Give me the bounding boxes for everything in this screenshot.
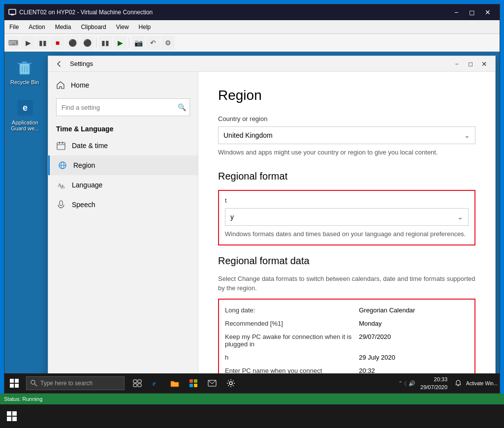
country-region-dropdown[interactable]: United Kingdom ⌄ xyxy=(218,126,475,144)
inner-taskbar-settings[interactable] xyxy=(222,373,240,393)
toolbar-btn-1[interactable]: ⌨ xyxy=(6,36,20,50)
vm-menu-help[interactable]: Help xyxy=(134,20,156,34)
svg-rect-19 xyxy=(60,201,63,206)
settings-back-button[interactable] xyxy=(52,57,66,71)
inner-notification-btn[interactable] xyxy=(452,373,464,393)
inner-taskbar-folder[interactable] xyxy=(166,373,184,393)
toolbar-btn-play[interactable]: ▶ xyxy=(113,36,127,50)
inner-start-button[interactable] xyxy=(4,373,24,393)
inner-search-bar[interactable]: Type here to search xyxy=(26,376,125,390)
toolbar-btn-4[interactable]: ■ xyxy=(51,36,64,50)
format-box-label: t xyxy=(225,197,469,204)
inner-search-text: Type here to search xyxy=(40,380,93,387)
regional-format-dropdown[interactable]: y ⌄ xyxy=(225,208,469,226)
recycle-bin-icon[interactable]: Recycle Bin xyxy=(10,58,39,85)
settings-nav-date-time[interactable]: Date & time xyxy=(48,136,198,155)
svg-line-26 xyxy=(34,384,37,386)
format-data-row-2: Keep my PC awake for connection when it … xyxy=(223,330,471,351)
svg-rect-1 xyxy=(11,14,14,15)
vm-titlebar: CLIENT02 on HYP02 - Virtual Machine Conn… xyxy=(4,4,500,20)
vm-menu-file[interactable]: File xyxy=(4,20,24,34)
svg-rect-28 xyxy=(138,380,141,383)
vm-window: CLIENT02 on HYP02 - Virtual Machine Conn… xyxy=(4,4,500,394)
svg-rect-24 xyxy=(15,384,19,388)
settings-search-input[interactable] xyxy=(56,98,190,116)
svg-rect-39 xyxy=(12,411,17,416)
country-region-value: United Kingdom xyxy=(223,131,273,139)
format-data-row-1: Recommended [%1] Monday xyxy=(223,317,471,330)
settings-nav-region[interactable]: Region xyxy=(48,155,198,175)
volume-icon[interactable]: 🔊 xyxy=(409,380,415,387)
settings-nav-region-label: Region xyxy=(73,161,95,169)
inner-taskbar-right: ⌃ 〈 🔊 20:33 29/07/2020 xyxy=(398,373,466,393)
home-icon xyxy=(56,81,65,90)
settings-maximize-button[interactable]: ◻ xyxy=(464,57,477,71)
settings-section-title: Time & Language xyxy=(48,120,198,136)
country-region-description: Windows and apps might use your country … xyxy=(218,148,475,157)
inner-taskbar-mail[interactable] xyxy=(203,373,221,393)
format-data-key-1: Recommended [%1] xyxy=(225,320,359,327)
format-data-val-3: 29 July 2020 xyxy=(359,354,469,361)
recycle-bin-label: Recycle Bin xyxy=(10,79,39,85)
inner-taskbar: Type here to search e xyxy=(4,373,500,393)
vm-minimize-button[interactable]: − xyxy=(448,4,464,20)
toolbar-btn-settings[interactable]: ⚙ xyxy=(161,36,175,50)
toolbar-btn-undo[interactable]: ↶ xyxy=(146,36,160,50)
regional-format-header: Regional format xyxy=(218,171,475,182)
svg-rect-30 xyxy=(138,384,141,387)
desktop: CLIENT02 on HYP02 - Virtual Machine Conn… xyxy=(0,0,504,428)
svg-rect-23 xyxy=(10,384,14,388)
regional-format-value: y xyxy=(230,213,234,221)
inner-date: 29/07/2020 xyxy=(420,383,447,392)
vm-menu-media[interactable]: Media xyxy=(50,20,76,34)
settings-nav-speech[interactable]: Speech xyxy=(48,195,198,214)
vm-app-icon xyxy=(8,8,16,16)
toolbar-btn-pause[interactable]: ▮▮ xyxy=(98,36,112,50)
vm-menu-clipboard[interactable]: Clipboard xyxy=(76,20,111,34)
app-guard-label: Application Guard we... xyxy=(10,120,40,131)
settings-nav-language-label: Language xyxy=(72,181,102,189)
vm-menu-view[interactable]: View xyxy=(111,20,134,34)
vm-window-controls: − ◻ ✕ xyxy=(448,4,496,20)
country-dropdown-chevron: ⌄ xyxy=(464,131,470,139)
settings-close-button[interactable]: ✕ xyxy=(477,57,491,71)
vm-menubar: File Action Media Clipboard View Help xyxy=(4,20,500,34)
vm-menu-action[interactable]: Action xyxy=(24,20,50,34)
svg-rect-38 xyxy=(7,411,11,416)
vm-maximize-button[interactable]: ◻ xyxy=(464,4,480,20)
format-data-val-1: Monday xyxy=(359,320,469,327)
inner-taskbar-store[interactable] xyxy=(185,373,202,393)
vm-toolbar: ⌨ ▶ ▮▮ ■ ⚫ ⚫ ▮▮ ▶ 📷 ↶ ⚙ xyxy=(4,34,500,52)
format-data-key-0: Long date: xyxy=(225,306,359,314)
inner-taskbar-multiwin[interactable] xyxy=(128,373,146,393)
inner-taskbar-edge[interactable]: e xyxy=(147,373,165,393)
svg-rect-22 xyxy=(15,379,19,383)
vm-content: Recycle Bin e Application Guard we... xyxy=(4,52,500,393)
vm-title: CLIENT02 on HYP02 - Virtual Machine Conn… xyxy=(19,9,448,16)
country-region-label: Country or region xyxy=(218,115,475,122)
settings-title: Settings xyxy=(70,60,450,67)
svg-rect-40 xyxy=(7,417,11,421)
settings-nav-language[interactable]: Aあ Language xyxy=(48,175,198,195)
settings-minimize-button[interactable]: − xyxy=(450,57,464,71)
inner-time-display[interactable]: 20:33 29/07/2020 xyxy=(417,375,450,392)
svg-point-37 xyxy=(229,382,232,385)
vm-close-button[interactable]: ✕ xyxy=(480,4,496,20)
svg-rect-34 xyxy=(189,384,193,387)
svg-rect-21 xyxy=(10,379,14,383)
toolbar-btn-2[interactable]: ▶ xyxy=(21,36,35,50)
toolbar-btn-snapshot[interactable]: 📷 xyxy=(131,36,145,50)
app-guard-icon[interactable]: e Application Guard we... xyxy=(10,98,40,131)
svg-point-25 xyxy=(31,380,35,384)
toolbar-btn-5[interactable]: ⚫ xyxy=(65,36,79,50)
svg-rect-41 xyxy=(12,417,17,421)
settings-nav-date-time-label: Date & time xyxy=(72,142,108,150)
settings-home-nav[interactable]: Home xyxy=(48,76,198,94)
network-icon[interactable]: 〈 xyxy=(405,380,407,387)
settings-main: Region Country or region United Kingdom … xyxy=(198,72,495,389)
toolbar-btn-6[interactable]: ⚫ xyxy=(80,36,94,50)
outer-start-button[interactable] xyxy=(0,404,24,428)
chevron-up-icon[interactable]: ⌃ xyxy=(398,380,403,387)
inner-sys-icons: ⌃ 〈 🔊 xyxy=(398,380,415,387)
toolbar-btn-3[interactable]: ▮▮ xyxy=(36,36,50,50)
